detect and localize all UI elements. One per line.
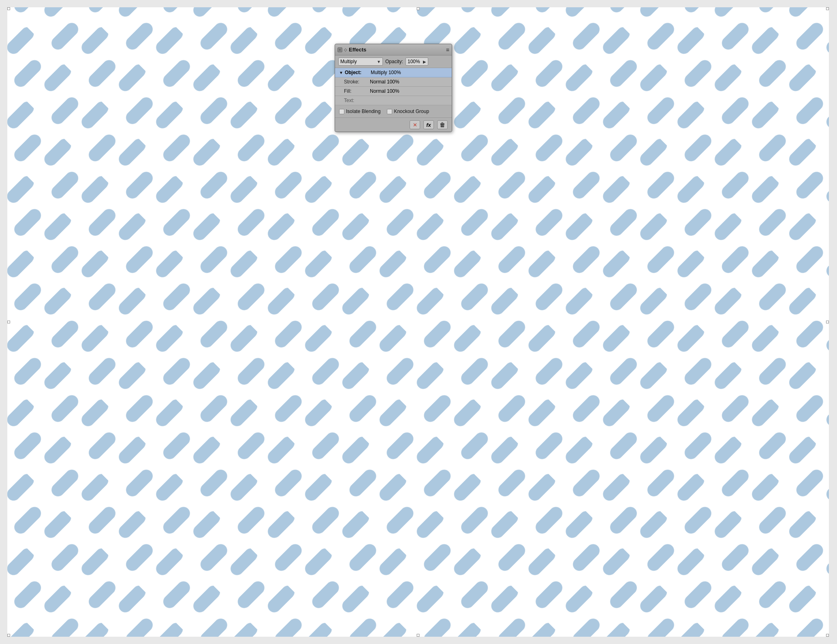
- artboard-corner-bl: [7, 634, 10, 637]
- fx-icon: fx: [426, 122, 431, 128]
- text-label: Text:: [344, 98, 368, 103]
- artboard-corner-tm: [417, 7, 420, 10]
- object-row-label: Object:: [345, 70, 369, 75]
- artboard-corner-br: [826, 634, 829, 637]
- add-effect-button[interactable]: fx: [423, 120, 434, 129]
- fill-label: Fill:: [344, 88, 368, 94]
- opacity-arrow-icon[interactable]: ▶: [423, 60, 426, 64]
- collapse-arrow-icon[interactable]: ◇: [344, 47, 347, 52]
- trash-icon: 🗑: [440, 122, 445, 128]
- opacity-input[interactable]: 100% ▶: [406, 58, 428, 66]
- knockout-group-checkbox[interactable]: [387, 109, 392, 114]
- blend-select-arrow-icon: ▼: [377, 60, 381, 64]
- edit-icon: ✕: [413, 122, 417, 128]
- panel-title: Effects: [349, 47, 366, 53]
- object-expand-arrow-icon: ▼: [339, 70, 343, 75]
- checkbox-row: Isolate Blending Knockout Group: [335, 105, 452, 118]
- isolate-blending-label: Isolate Blending: [346, 109, 380, 114]
- blend-mode-select[interactable]: Multiply ▼: [338, 58, 383, 66]
- edit-effect-button[interactable]: ✕: [410, 120, 420, 129]
- artboard-corner-bm: [417, 634, 420, 637]
- canvas-area: × ◇ Effects ≡ Multiply ▼ Opacity: 100% ▶…: [0, 0, 837, 644]
- object-row[interactable]: ▼ Object: Multiply 100%: [335, 68, 452, 77]
- delete-effect-button[interactable]: 🗑: [437, 120, 448, 129]
- artboard-corner-mr: [826, 321, 829, 324]
- panel-menu-icon[interactable]: ≡: [446, 47, 449, 53]
- blend-mode-value: Multiply: [340, 59, 377, 64]
- titlebar-left: × ◇ Effects: [337, 47, 366, 53]
- close-icon: ×: [339, 48, 341, 52]
- blend-mode-row: Multiply ▼ Opacity: 100% ▶: [335, 55, 452, 68]
- isolate-blending-checkbox[interactable]: [339, 109, 344, 114]
- fill-row: Fill: Normal 100%: [335, 87, 452, 96]
- knockout-group-label: Knockout Group: [394, 109, 429, 114]
- panel-close-button[interactable]: ×: [337, 47, 342, 52]
- artboard-corner-ml: [7, 321, 10, 324]
- opacity-value: 100%: [408, 59, 423, 64]
- stroke-value: Normal 100%: [370, 79, 399, 85]
- panel-titlebar: × ◇ Effects ≡: [335, 44, 452, 55]
- opacity-label: Opacity:: [385, 59, 403, 64]
- text-row: Text:: [335, 96, 452, 105]
- fill-value: Normal 100%: [370, 88, 399, 94]
- panel-bottom-toolbar: ✕ fx 🗑: [335, 118, 452, 132]
- object-row-value: Multiply 100%: [371, 70, 401, 75]
- artboard-corner-tl: [7, 7, 10, 10]
- isolate-blending-item[interactable]: Isolate Blending: [339, 109, 380, 114]
- knockout-group-item[interactable]: Knockout Group: [387, 109, 429, 114]
- artboard-corner-tr: [826, 7, 829, 10]
- stroke-row: Stroke: Normal 100%: [335, 77, 452, 87]
- stroke-label: Stroke:: [344, 79, 368, 85]
- effects-panel: × ◇ Effects ≡ Multiply ▼ Opacity: 100% ▶…: [335, 44, 452, 132]
